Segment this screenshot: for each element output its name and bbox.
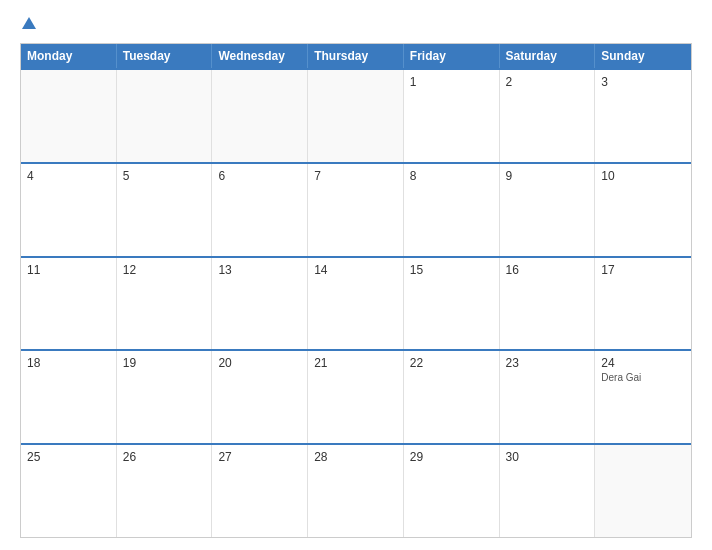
day-number: 26 xyxy=(123,450,206,464)
day-number: 27 xyxy=(218,450,301,464)
calendar-cell: 18 xyxy=(21,351,117,443)
header xyxy=(20,16,692,33)
day-number: 13 xyxy=(218,263,301,277)
day-number: 19 xyxy=(123,356,206,370)
calendar-cell xyxy=(117,70,213,162)
calendar-week-3: 11121314151617 xyxy=(21,256,691,350)
calendar-cell: 29 xyxy=(404,445,500,537)
day-number: 5 xyxy=(123,169,206,183)
calendar-cell xyxy=(212,70,308,162)
calendar-cell: 6 xyxy=(212,164,308,256)
day-number: 25 xyxy=(27,450,110,464)
logo-general-text xyxy=(20,16,36,32)
day-number: 15 xyxy=(410,263,493,277)
calendar-cell: 15 xyxy=(404,258,500,350)
calendar-cell xyxy=(308,70,404,162)
calendar-cell: 28 xyxy=(308,445,404,537)
day-number: 22 xyxy=(410,356,493,370)
logo xyxy=(20,16,36,33)
calendar-cell: 22 xyxy=(404,351,500,443)
calendar-week-4: 18192021222324Dera Gai xyxy=(21,349,691,443)
calendar-cell: 3 xyxy=(595,70,691,162)
calendar-cell: 27 xyxy=(212,445,308,537)
calendar-cell: 8 xyxy=(404,164,500,256)
calendar-cell: 13 xyxy=(212,258,308,350)
calendar-cell: 19 xyxy=(117,351,213,443)
calendar-cell: 30 xyxy=(500,445,596,537)
calendar-cell: 23 xyxy=(500,351,596,443)
day-number: 23 xyxy=(506,356,589,370)
calendar-event: Dera Gai xyxy=(601,372,685,383)
calendar-cell: 5 xyxy=(117,164,213,256)
day-number: 12 xyxy=(123,263,206,277)
calendar-cell: 24Dera Gai xyxy=(595,351,691,443)
calendar-cell: 10 xyxy=(595,164,691,256)
calendar-cell xyxy=(21,70,117,162)
calendar-cell: 16 xyxy=(500,258,596,350)
day-number: 28 xyxy=(314,450,397,464)
calendar-cell xyxy=(595,445,691,537)
day-number: 16 xyxy=(506,263,589,277)
logo-triangle-icon xyxy=(22,17,36,29)
day-number: 3 xyxy=(601,75,685,89)
day-number: 4 xyxy=(27,169,110,183)
day-number: 7 xyxy=(314,169,397,183)
calendar-cell: 2 xyxy=(500,70,596,162)
day-number: 21 xyxy=(314,356,397,370)
calendar-cell: 17 xyxy=(595,258,691,350)
calendar-cell: 14 xyxy=(308,258,404,350)
day-number: 8 xyxy=(410,169,493,183)
day-number: 6 xyxy=(218,169,301,183)
weekday-header-monday: Monday xyxy=(21,44,117,68)
calendar-header-row: MondayTuesdayWednesdayThursdayFridaySatu… xyxy=(21,44,691,68)
weekday-header-friday: Friday xyxy=(404,44,500,68)
day-number: 14 xyxy=(314,263,397,277)
calendar-cell: 26 xyxy=(117,445,213,537)
calendar-week-5: 252627282930 xyxy=(21,443,691,537)
weekday-header-saturday: Saturday xyxy=(500,44,596,68)
calendar-cell: 25 xyxy=(21,445,117,537)
weekday-header-sunday: Sunday xyxy=(595,44,691,68)
day-number: 20 xyxy=(218,356,301,370)
calendar-week-2: 45678910 xyxy=(21,162,691,256)
day-number: 10 xyxy=(601,169,685,183)
weekday-header-thursday: Thursday xyxy=(308,44,404,68)
day-number: 1 xyxy=(410,75,493,89)
day-number: 24 xyxy=(601,356,685,370)
day-number: 29 xyxy=(410,450,493,464)
calendar-grid: MondayTuesdayWednesdayThursdayFridaySatu… xyxy=(20,43,692,538)
day-number: 9 xyxy=(506,169,589,183)
calendar-page: MondayTuesdayWednesdayThursdayFridaySatu… xyxy=(0,0,712,550)
calendar-cell: 7 xyxy=(308,164,404,256)
weekday-header-wednesday: Wednesday xyxy=(212,44,308,68)
calendar-week-1: 123 xyxy=(21,68,691,162)
calendar-cell: 12 xyxy=(117,258,213,350)
calendar-cell: 9 xyxy=(500,164,596,256)
calendar-cell: 11 xyxy=(21,258,117,350)
day-number: 17 xyxy=(601,263,685,277)
calendar-cell: 4 xyxy=(21,164,117,256)
calendar-body: 123456789101112131415161718192021222324D… xyxy=(21,68,691,537)
day-number: 11 xyxy=(27,263,110,277)
day-number: 2 xyxy=(506,75,589,89)
calendar-cell: 20 xyxy=(212,351,308,443)
day-number: 18 xyxy=(27,356,110,370)
calendar-cell: 1 xyxy=(404,70,500,162)
weekday-header-tuesday: Tuesday xyxy=(117,44,213,68)
day-number: 30 xyxy=(506,450,589,464)
calendar-cell: 21 xyxy=(308,351,404,443)
